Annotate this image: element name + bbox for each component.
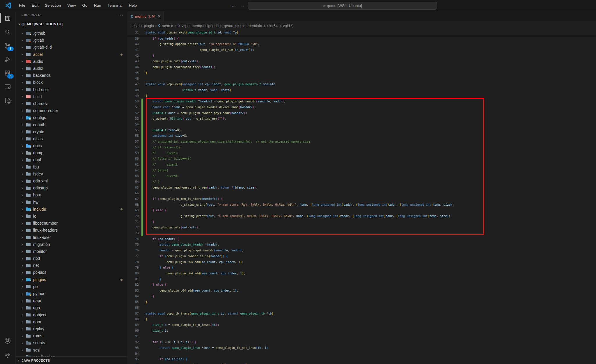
code-line[interactable]: 80 qemu_plugin_u64_add(mem_count, cpu_in… <box>127 271 596 276</box>
code-line[interactable]: 79 } else { <box>127 265 596 271</box>
folder-include[interactable]: ›+include <box>15 206 127 213</box>
code-line[interactable]: 91 <box>127 333 596 339</box>
tab-mem-c[interactable]: C mem.c 2, M ✕ <box>127 11 164 22</box>
close-icon[interactable]: ✕ <box>157 14 161 19</box>
folder-authz[interactable]: ›authz <box>15 65 127 72</box>
code-line[interactable]: 44 qemu_plugin_scoreboard_free(counts); <box>127 64 596 70</box>
code-line[interactable]: 87static void vcpu_tb_trans(qemu_plugin_… <box>127 311 596 317</box>
code-line[interactable]: 77 if (qemu_plugin_hwaddr_is_io(hwaddr))… <box>127 253 596 259</box>
breadcrumb-item[interactable]: mem.c <box>162 24 173 28</box>
code-editor[interactable]: 31static void plugin_exit(qemu_plugin_id… <box>127 30 596 364</box>
folder-python[interactable]: ›Spython <box>15 290 127 297</box>
code-line[interactable]: 46 <box>127 76 596 82</box>
code-line[interactable]: 94 <box>127 351 596 357</box>
folder-configs[interactable]: ›⚙configs <box>15 114 127 121</box>
folder-crypto[interactable]: ›crypto <box>15 128 127 135</box>
source-control-icon[interactable]: 5 <box>0 39 15 52</box>
workspace-section-header[interactable]: ∨ QEMU [WSL: UBUNTU] <box>15 20 127 28</box>
folder-audio[interactable]: ›♪audio <box>15 58 127 65</box>
code-line[interactable]: 78 qemu_plugin_u64_add(io_count, cpu_ind… <box>127 259 596 265</box>
code-line[interactable]: 64 // } <box>127 179 596 185</box>
code-line[interactable]: 72 qemu_plugin_outs(out->str); <box>127 225 596 230</box>
folder-scripts[interactable]: ›>scripts <box>15 339 127 346</box>
folder-host[interactable]: ›host <box>15 191 127 198</box>
code-line[interactable]: 43 qemu_plugin_outs(out->str); <box>127 58 596 64</box>
breadcrumb-item[interactable]: tests <box>132 24 139 28</box>
folder-block[interactable]: ›block <box>15 79 127 86</box>
code-line[interactable]: 81 } <box>127 276 596 282</box>
nav-back-button[interactable]: ← <box>231 3 236 8</box>
settings-gear-icon[interactable] <box>0 349 15 362</box>
code-line[interactable]: 47static void vcpu_mem(unsigned int cpu_… <box>127 81 596 87</box>
code-line[interactable]: 73 <box>127 230 596 236</box>
code-line[interactable]: 63 // size=8; <box>127 173 596 179</box>
code-line[interactable]: 71 } <box>127 219 596 225</box>
code-line[interactable]: 83 qemu_plugin_u64_add(mem_count, cpu_in… <box>127 288 596 294</box>
code-line[interactable]: 75 struct qemu_plugin_hwaddr *hwaddr; <box>127 242 596 248</box>
folder--gitlab[interactable]: ›▲.gitlab <box>15 37 127 44</box>
code-line[interactable]: 39 if (do_haddr) { <box>127 36 596 42</box>
folder-gdbstub[interactable]: ›gdbstub <box>15 184 127 191</box>
account-icon[interactable] <box>0 334 15 347</box>
code-line[interactable]: 70 g_string_printf(out, "> mem load(%s),… <box>127 213 596 219</box>
explorer-more-actions-button[interactable]: ⋯ <box>118 14 123 17</box>
code-line[interactable]: 90 size_t i; <box>127 328 596 334</box>
folder--gitlab-ci-d[interactable]: ›.gitlab-ci.d <box>15 44 127 51</box>
code-line[interactable]: 92 for (i = 0; i < n; i++) { <box>127 339 596 345</box>
folder-chardev[interactable]: ›chardev <box>15 100 127 107</box>
code-line[interactable]: 45} <box>127 70 596 76</box>
folder-replay[interactable]: ›replay <box>15 325 127 332</box>
menu-edit[interactable]: Edit <box>29 0 42 11</box>
menu-go[interactable]: Go <box>79 0 91 11</box>
folder-accel[interactable]: ›accel <box>15 51 127 58</box>
folder-docs[interactable]: ›≡docs <box>15 142 127 149</box>
folder-plugins[interactable]: ›*plugins <box>15 276 127 283</box>
folder-nbd[interactable]: ›nbd <box>15 255 127 262</box>
folder-roms[interactable]: ›roms <box>15 332 127 339</box>
java-projects-section[interactable]: › JAVA PROJECTS <box>15 356 127 364</box>
nav-forward-button[interactable]: → <box>240 3 245 8</box>
code-line[interactable]: 59 // size=1; <box>127 150 596 156</box>
folder--github[interactable]: ›●.github <box>15 30 127 37</box>
folder-contrib[interactable]: ›contrib <box>15 121 127 128</box>
folder-io[interactable]: ›io <box>15 213 127 220</box>
menu-selection[interactable]: Selection <box>42 0 64 11</box>
file-settings-icon[interactable] <box>0 94 15 107</box>
code-line[interactable]: 60 // }else if (size==4){ <box>127 156 596 162</box>
code-line[interactable]: 52 uint64_t addr = qemu_plugin_hwaddr_ph… <box>127 110 596 116</box>
menu-file[interactable]: File <box>16 0 29 11</box>
menu-view[interactable]: View <box>64 0 79 11</box>
breadcrumb-item[interactable]: plugin <box>144 24 154 28</box>
folder-linux-user[interactable]: ›linux-user <box>15 234 127 241</box>
code-line[interactable]: 56 unsigned int size=8; <box>127 133 596 139</box>
code-line[interactable]: 65 qemu_plugin_read_guest_virt_mem(vaddr… <box>127 185 596 191</box>
code-line[interactable]: 95 if (do_inline) { <box>127 356 596 362</box>
menu-terminal[interactable]: Terminal <box>104 0 125 11</box>
code-line[interactable]: 74 if (do_haddr) { <box>127 236 596 242</box>
folder-fsdev[interactable]: ›fsdev <box>15 171 127 177</box>
folder-migration[interactable]: ›migration <box>15 241 127 248</box>
folder-dump[interactable]: ›≡dump <box>15 149 127 156</box>
code-line[interactable]: 85} <box>127 299 596 305</box>
folder-disas[interactable]: ›disas <box>15 135 127 142</box>
extensions-icon[interactable]: 8 <box>0 66 15 80</box>
code-line[interactable]: 49{ <box>127 93 596 99</box>
code-line[interactable]: 42 } <box>127 53 596 59</box>
code-line[interactable]: 82 } else { <box>127 282 596 288</box>
code-line[interactable]: 53 g_autoptr(GString) out = g_string_new… <box>127 116 596 122</box>
folder-monitor[interactable]: ›monitor <box>15 248 127 255</box>
code-line[interactable]: 88{ <box>127 316 596 322</box>
folder-po[interactable]: ›po <box>15 283 127 290</box>
folder-qobject[interactable]: ›qobject <box>15 311 127 318</box>
explorer-icon[interactable] <box>0 12 15 25</box>
code-line[interactable]: 93 struct qemu_plugin_insn *insn = qemu_… <box>127 345 596 351</box>
code-line[interactable]: 68 g_string_printf(out, "> mem store (%s… <box>127 202 596 208</box>
folder-pc-bios[interactable]: ›pc-bios <box>15 269 127 276</box>
code-line[interactable]: 67 if (qemu_plugin_mem_is_store(meminfo)… <box>127 196 596 202</box>
folder-fpu[interactable]: ›fpu <box>15 164 127 171</box>
code-line[interactable]: 55 uint64_t temp=0; <box>127 127 596 133</box>
breadcrumb-item[interactable]: vcpu_mem(unsigned int, qemu_plugin_memin… <box>182 24 294 28</box>
code-line[interactable]: 96 qemu_plugin_register_vcpu_mem_inline_… <box>127 362 596 364</box>
code-line[interactable]: 76 hwaddr = qemu_plugin_get_hwaddr(memin… <box>127 248 596 253</box>
folder-qapi[interactable]: ›qapi <box>15 297 127 304</box>
